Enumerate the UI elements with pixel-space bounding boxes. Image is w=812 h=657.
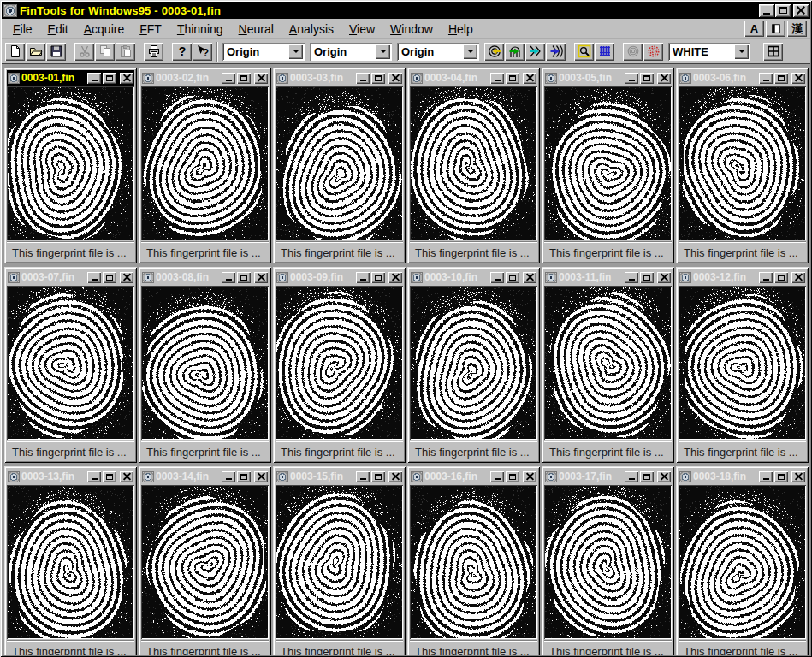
child-minimize-button[interactable] (625, 272, 638, 283)
child-close-button[interactable] (523, 272, 536, 283)
child-maximize-button[interactable] (371, 471, 385, 482)
child-close-button[interactable] (388, 272, 402, 283)
child-minimize-button[interactable] (222, 73, 235, 84)
fingerprint-image[interactable] (410, 286, 537, 440)
child-titlebar[interactable]: 0003-03,fin (276, 70, 403, 86)
child-maximize-button[interactable] (103, 73, 116, 84)
origin-combo-3[interactable]: Origin (397, 43, 479, 61)
child-titlebar[interactable]: 0003-01,fin (7, 70, 134, 86)
child-titlebar[interactable]: 0003-07,fin (7, 269, 134, 285)
fingerprint-image[interactable] (7, 86, 134, 240)
close-button[interactable] (793, 4, 809, 17)
child-titlebar[interactable]: 0003-10,fin (410, 269, 537, 285)
child-maximize-button[interactable] (371, 272, 385, 283)
paste-button[interactable] (116, 43, 135, 61)
fingerprint-image[interactable] (276, 286, 403, 440)
child-close-button[interactable] (657, 272, 671, 283)
save-file-button[interactable] (46, 43, 66, 61)
child-close-button[interactable] (657, 471, 671, 482)
child-minimize-button[interactable] (490, 73, 504, 84)
ime-hanja-button[interactable]: 漢 (787, 21, 807, 37)
child-titlebar[interactable]: 0003-06,fin (679, 70, 806, 86)
ime-english-button[interactable]: A (744, 21, 764, 37)
child-maximize-button[interactable] (237, 272, 251, 283)
copy-button[interactable] (95, 43, 115, 61)
child-close-button[interactable] (523, 471, 536, 482)
cut-button[interactable] (74, 43, 94, 61)
child-close-button[interactable] (388, 471, 402, 482)
fingerprint-image[interactable] (544, 86, 672, 240)
child-titlebar[interactable]: 0003-04,fin (410, 70, 537, 86)
child-minimize-button[interactable] (222, 471, 235, 482)
child-titlebar[interactable]: 0003-15,fin (276, 469, 403, 484)
fingerprint-image[interactable] (410, 485, 537, 639)
child-titlebar[interactable]: 0003-11,fin (544, 269, 672, 285)
child-minimize-button[interactable] (759, 73, 773, 84)
child-minimize-button[interactable] (87, 73, 101, 84)
fingerprint-image[interactable] (7, 286, 134, 440)
child-titlebar[interactable]: 0003-09,fin (276, 269, 403, 285)
menu-neural[interactable]: Neural (231, 21, 282, 38)
child-titlebar[interactable]: 0003-05,fin (544, 70, 672, 86)
child-minimize-button[interactable] (625, 471, 638, 482)
child-titlebar[interactable]: 0003-16,fin (410, 469, 537, 484)
child-maximize-button[interactable] (640, 272, 654, 283)
child-maximize-button[interactable] (103, 272, 116, 283)
fingerprint-image[interactable] (410, 86, 537, 240)
child-minimize-button[interactable] (87, 272, 101, 283)
child-maximize-button[interactable] (774, 73, 788, 84)
child-maximize-button[interactable] (640, 471, 654, 482)
open-file-button[interactable] (26, 43, 45, 61)
child-titlebar[interactable]: 0003-12,fin (679, 269, 806, 285)
fingerprint-forward-button[interactable] (505, 43, 525, 61)
chevron-down-icon[interactable] (288, 44, 303, 59)
zoom-button[interactable] (574, 43, 594, 61)
print-button[interactable] (144, 43, 163, 61)
child-maximize-button[interactable] (103, 471, 116, 482)
child-maximize-button[interactable] (237, 73, 251, 84)
menu-view[interactable]: View (341, 21, 382, 38)
child-minimize-button[interactable] (356, 471, 370, 482)
origin-combo-1[interactable]: Origin (222, 43, 305, 61)
child-close-button[interactable] (791, 471, 805, 482)
child-maximize-button[interactable] (506, 272, 519, 283)
menu-edit[interactable]: Edit (40, 21, 76, 38)
child-minimize-button[interactable] (356, 73, 370, 84)
menu-help[interactable]: Help (441, 21, 481, 38)
child-maximize-button[interactable] (774, 471, 788, 482)
child-maximize-button[interactable] (506, 73, 519, 84)
menu-analysis[interactable]: Analysis (282, 21, 341, 38)
child-minimize-button[interactable] (87, 471, 101, 482)
menu-acquire[interactable]: Acquire (76, 21, 132, 38)
context-help-button[interactable]: ? (193, 43, 212, 61)
child-titlebar[interactable]: 0003-18,fin (679, 469, 806, 484)
palette-combo[interactable]: WHITE (668, 43, 750, 61)
chevron-down-icon[interactable] (734, 44, 749, 59)
child-close-button[interactable] (523, 73, 536, 84)
child-maximize-button[interactable] (506, 471, 519, 482)
child-close-button[interactable] (120, 73, 133, 84)
new-file-button[interactable] (5, 43, 25, 61)
grid-button[interactable] (595, 43, 614, 61)
child-close-button[interactable] (791, 272, 805, 283)
ime-fullwidth-button[interactable] (766, 21, 785, 37)
child-maximize-button[interactable] (237, 471, 251, 482)
fingerprint-image[interactable] (679, 86, 806, 240)
fingerprint-image[interactable] (141, 485, 269, 639)
child-close-button[interactable] (254, 272, 268, 283)
child-titlebar[interactable]: 0003-02,fin (141, 70, 269, 86)
child-close-button[interactable] (791, 73, 805, 84)
fingerprint-image[interactable] (141, 286, 269, 440)
fingerprint-image[interactable] (7, 485, 134, 639)
child-titlebar[interactable]: 0003-17,fin (544, 469, 672, 484)
maximize-button[interactable] (775, 4, 791, 17)
child-minimize-button[interactable] (356, 272, 370, 283)
child-close-button[interactable] (120, 471, 133, 482)
child-titlebar[interactable]: 0003-13,fin (7, 469, 134, 484)
minimize-button[interactable] (759, 4, 774, 17)
tile-windows-button[interactable] (763, 43, 783, 61)
child-minimize-button[interactable] (490, 272, 504, 283)
menu-window[interactable]: Window (382, 21, 441, 38)
origin-target-button[interactable] (484, 43, 504, 61)
fingerprint-image[interactable] (141, 86, 269, 240)
